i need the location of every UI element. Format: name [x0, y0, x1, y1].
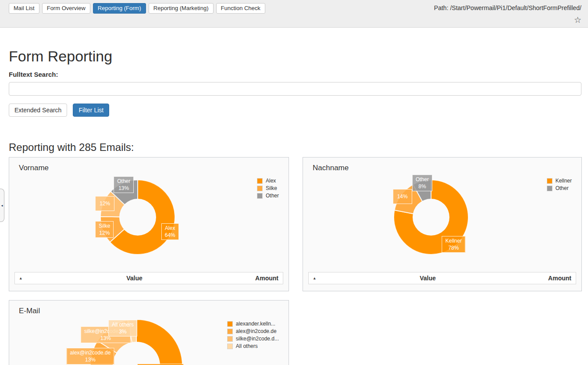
legend-item[interactable]: All others [227, 343, 279, 349]
donut-slice-label: Alex64% [161, 223, 179, 240]
legend-swatch [257, 178, 263, 184]
column-header-value: Value [331, 275, 524, 282]
table-header: ▴ Value Amount [14, 272, 283, 284]
legend-swatch [547, 178, 552, 184]
chart-panel-email: E-Mail alexander.kelln...71%alex@in2code… [9, 300, 289, 365]
extended-search-button[interactable]: Extended Search [9, 104, 67, 117]
legend-item[interactable]: Other [257, 193, 279, 199]
legend-label: Silke [266, 185, 277, 191]
star-icon[interactable]: ☆ [574, 15, 581, 25]
chart-legend: KellnerOther [547, 178, 572, 191]
legend-swatch [227, 329, 233, 334]
donut-slice-label: alex@in2code.de13% [67, 348, 114, 365]
chart-panel-nachname: Nachname Kellner78%14%Other8%KellnerOthe… [303, 157, 582, 291]
legend-label: Alex [266, 178, 276, 184]
legend-swatch [227, 321, 233, 327]
top-toolbar: Mail ListForm OverviewReporting (Form)Re… [0, 0, 588, 28]
legend-swatch [547, 186, 552, 191]
legend-item[interactable]: alex@in2code.de [227, 328, 279, 334]
topbar-tab[interactable]: Reporting (Form) [93, 3, 146, 14]
page-title: Form Reporting [9, 48, 581, 65]
chart-legend: alexander.kelln...alex@in2code.desilke@i… [227, 321, 279, 349]
topbar-tabs: Mail ListForm OverviewReporting (Form)Re… [9, 3, 268, 14]
donut-slice-label: Kellner78% [442, 236, 465, 253]
page-path: Path: /Start/Powermail/Pi1/Default/Short… [434, 4, 581, 11]
collapse-panel-handle[interactable]: ◂ [0, 189, 4, 222]
legend-item[interactable]: Silke [257, 185, 279, 191]
donut-slice-label: 14% [393, 189, 412, 204]
charts-grid: Vorname Alex64%Silke12%12%Other13%AlexSi… [9, 157, 581, 365]
legend-swatch [227, 344, 233, 349]
donut-chart-area: alexander.kelln...71%alex@in2code.de13%s… [9, 320, 289, 365]
legend-item[interactable]: Other [547, 185, 572, 191]
legend-item[interactable]: alexander.kelln... [227, 321, 279, 327]
donut-chart[interactable] [9, 177, 289, 269]
donut-slice-label: Other8% [412, 175, 432, 191]
column-header-value: Value [38, 275, 231, 282]
legend-label: Kellner [556, 178, 572, 184]
sort-asc-icon[interactable]: ▴ [309, 276, 331, 280]
fulltext-search-input[interactable] [9, 82, 581, 96]
donut-slice-label: 12% [95, 196, 114, 211]
topbar-tab[interactable]: Mail List [9, 3, 39, 14]
donut-chart-area: Kellner78%14%Other8%KellnerOther [303, 177, 581, 269]
legend-swatch [257, 186, 263, 191]
chart-panel-vorname: Vorname Alex64%Silke12%12%Other13%AlexSi… [9, 157, 289, 291]
fulltext-search-label: Fulltext Search: [9, 71, 581, 78]
topbar-tab[interactable]: Function Check [216, 3, 265, 14]
topbar-tab[interactable]: Reporting (Marketing) [149, 3, 214, 14]
legend-label: Other [266, 193, 279, 199]
filter-list-button[interactable]: Filter List [73, 104, 109, 117]
donut-chart-area: Alex64%Silke12%12%Other13%AlexSilkeOther [9, 177, 289, 269]
topbar-tab[interactable]: Form Overview [42, 3, 90, 14]
legend-label: silke@in2code.d... [236, 336, 279, 342]
main-content: Form Reporting Fulltext Search: Extended… [9, 48, 581, 365]
legend-swatch [227, 336, 233, 342]
legend-label: alex@in2code.de [236, 328, 277, 334]
search-buttons-row: Extended Search Filter List [9, 104, 581, 117]
chart-panel-title: Vorname [19, 163, 289, 173]
legend-label: alexander.kelln... [236, 321, 275, 327]
legend-swatch [257, 193, 263, 199]
reporting-heading: Reporting with 285 Emails: [9, 141, 581, 154]
legend-label: Other [556, 185, 569, 191]
table-header: ▴ Value Amount [308, 272, 576, 284]
donut-slice-label: Other13% [114, 176, 134, 193]
donut-chart[interactable] [303, 177, 581, 269]
legend-item[interactable]: Alex [257, 178, 279, 184]
chevron-left-icon: ◂ [1, 204, 3, 208]
chart-panel-title: E-Mail [19, 306, 289, 316]
column-header-amount: Amount [524, 275, 576, 282]
legend-label: All others [236, 343, 258, 349]
legend-item[interactable]: Kellner [547, 178, 572, 184]
chart-panel-title: Nachname [313, 163, 581, 173]
donut-slice-label: Silke12% [95, 221, 114, 238]
donut-slice-label: All others3% [108, 320, 137, 336]
sort-asc-icon[interactable]: ▴ [15, 276, 38, 280]
chart-legend: AlexSilkeOther [257, 178, 279, 199]
column-header-amount: Amount [231, 275, 283, 282]
legend-item[interactable]: silke@in2code.d... [227, 336, 279, 342]
